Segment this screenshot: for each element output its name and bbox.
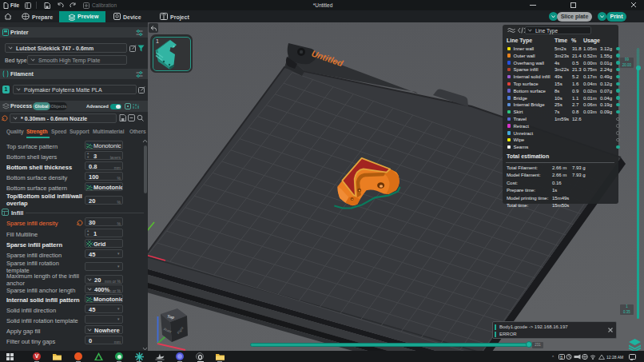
svg-text:B: B <box>560 355 563 360</box>
